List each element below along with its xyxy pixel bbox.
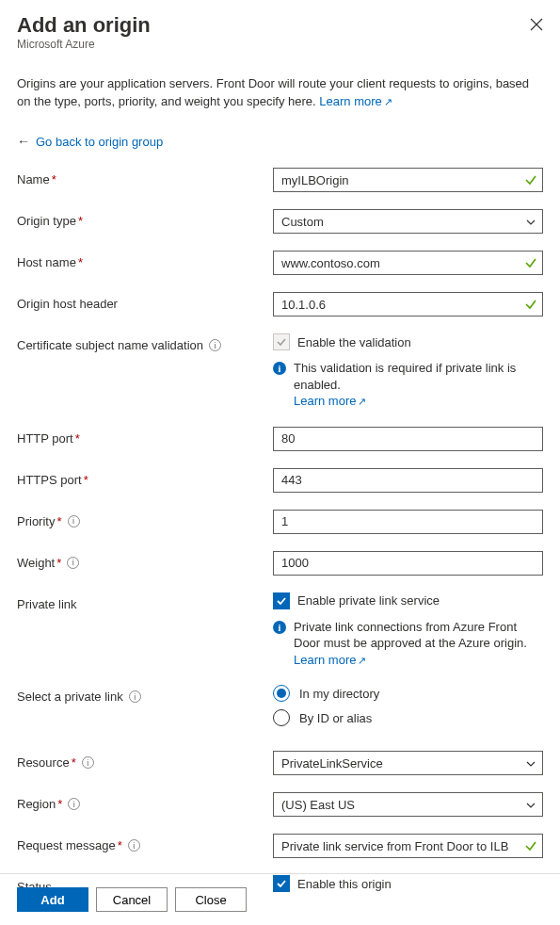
intro-text: Origins are your application servers. Fr… bbox=[17, 75, 543, 111]
close-icon[interactable] bbox=[530, 17, 543, 34]
region-select[interactable] bbox=[273, 792, 543, 817]
region-label: Region* bbox=[17, 797, 62, 811]
validation-info-text: This validation is required if private l… bbox=[294, 361, 516, 392]
resource-label: Resource* bbox=[17, 755, 76, 770]
host-name-label: Host name* bbox=[17, 255, 83, 269]
radio-in-directory-label: In my directory bbox=[299, 687, 379, 701]
request-message-label: Request message* bbox=[17, 838, 122, 852]
validation-learn-more-link[interactable]: Learn more↗ bbox=[294, 394, 366, 408]
enable-validation-checkbox bbox=[273, 333, 290, 350]
panel-subtitle: Microsoft Azure bbox=[17, 38, 151, 51]
external-link-icon: ↗ bbox=[358, 396, 366, 407]
weight-label: Weight* bbox=[17, 556, 61, 570]
radio-in-directory[interactable]: In my directory bbox=[273, 685, 543, 702]
resource-select[interactable] bbox=[273, 751, 543, 775]
info-icon[interactable]: i bbox=[128, 839, 140, 852]
host-name-input[interactable] bbox=[273, 251, 543, 275]
enable-validation-label: Enable the validation bbox=[297, 335, 411, 349]
info-icon[interactable]: i bbox=[68, 798, 80, 810]
name-label: Name* bbox=[17, 172, 56, 187]
enable-private-link-checkbox[interactable] bbox=[273, 592, 290, 609]
radio-by-id-label: By ID or alias bbox=[299, 711, 372, 725]
priority-label: Priority* bbox=[17, 514, 62, 528]
http-port-input[interactable] bbox=[273, 427, 543, 451]
origin-host-header-label: Origin host header bbox=[17, 297, 118, 311]
info-icon[interactable]: i bbox=[67, 557, 79, 569]
info-icon[interactable]: i bbox=[68, 515, 80, 527]
info-icon: i bbox=[273, 362, 286, 375]
origin-type-select[interactable] bbox=[273, 209, 543, 234]
cancel-button[interactable]: Cancel bbox=[96, 887, 168, 912]
request-message-input[interactable] bbox=[273, 834, 543, 858]
info-icon[interactable]: i bbox=[209, 339, 221, 351]
private-link-info-text: Private link connections from Azure Fron… bbox=[294, 620, 527, 651]
origin-host-header-input[interactable] bbox=[273, 292, 543, 316]
http-port-label: HTTP port* bbox=[17, 431, 80, 446]
https-port-input[interactable] bbox=[273, 468, 543, 493]
back-link[interactable]: Go back to origin group bbox=[36, 135, 163, 149]
weight-input[interactable] bbox=[273, 551, 543, 576]
external-link-icon: ↗ bbox=[358, 655, 366, 666]
private-link-label: Private link bbox=[17, 597, 77, 611]
radio-by-id[interactable]: By ID or alias bbox=[273, 709, 543, 726]
priority-input[interactable] bbox=[273, 510, 543, 534]
svg-text:i: i bbox=[279, 364, 281, 374]
panel-title: Add an origin bbox=[17, 13, 151, 38]
back-arrow-icon: ← bbox=[17, 134, 30, 149]
info-icon: i bbox=[273, 621, 286, 634]
enable-private-link-label: Enable private link service bbox=[297, 593, 440, 608]
cert-validation-label: Certificate subject name validation bbox=[17, 338, 203, 352]
svg-text:i: i bbox=[279, 622, 281, 632]
select-private-link-label: Select a private link bbox=[17, 690, 123, 704]
close-button[interactable]: Close bbox=[175, 887, 247, 912]
external-link-icon: ↗ bbox=[384, 96, 392, 107]
name-input[interactable] bbox=[273, 168, 543, 192]
info-icon[interactable]: i bbox=[129, 690, 141, 703]
private-link-learn-more-link[interactable]: Learn more↗ bbox=[294, 653, 366, 667]
learn-more-link[interactable]: Learn more↗ bbox=[319, 94, 392, 108]
origin-type-label: Origin type* bbox=[17, 214, 83, 228]
https-port-label: HTTPS port* bbox=[17, 473, 88, 487]
info-icon[interactable]: i bbox=[82, 756, 94, 769]
add-button[interactable]: Add bbox=[17, 887, 88, 912]
